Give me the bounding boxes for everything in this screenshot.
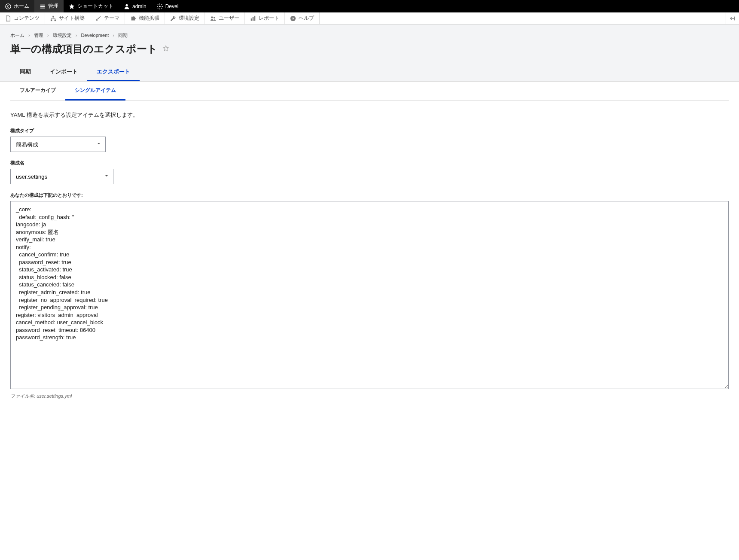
primary-tabs: 同期 インポート エクスポート [10,64,729,81]
tab-export[interactable]: エクスポート [87,64,140,81]
svg-rect-11 [254,15,256,20]
gear-icon [157,3,163,9]
nav-people[interactable]: ユーザー [205,12,245,24]
subtab-full-archive[interactable]: フルアーカイブ [10,82,65,100]
barchart-icon [250,15,256,21]
file-hint-name: user.settings.yml [37,393,72,399]
nav-extend[interactable]: 機能拡張 [125,12,165,24]
back-icon [5,3,11,9]
user-icon [124,3,130,9]
puzzle-icon [130,15,136,21]
toolbar-shortcuts-label: ショートカット [77,3,113,10]
breadcrumb-sep: › [76,33,77,38]
nav-structure-label: サイト構築 [59,15,85,22]
svg-point-7 [211,16,213,18]
toolbar-manage-label: 管理 [48,3,58,10]
breadcrumb-sync[interactable]: 同期 [118,33,128,38]
admin-toolbar-top: ホーム 管理 ショートカット admin Devel [0,0,739,12]
toolbar-spacer [320,12,726,24]
form-item-config-type: 構成タイプ 簡易構成 [10,128,729,152]
sitemap-icon [50,15,56,21]
svg-rect-10 [253,17,254,21]
toolbar-devel-label: Devel [165,3,179,9]
people-icon [210,15,216,21]
file-hint-prefix: ファイル名: [10,393,37,399]
config-type-label: 構成タイプ [10,128,729,134]
nav-reports[interactable]: レポート [245,12,285,24]
page-title: 単一の構成項目のエクスポート [10,42,158,56]
svg-rect-3 [52,15,54,17]
nav-structure[interactable]: サイト構築 [45,12,90,24]
breadcrumb-configuration[interactable]: 環境設定 [53,33,72,38]
svg-text:?: ? [292,16,294,21]
toolbar-user[interactable]: admin [119,0,152,12]
breadcrumb-development[interactable]: Development [81,33,109,38]
svg-point-1 [125,4,128,6]
breadcrumb: ホーム › 管理 › 環境設定 › Development › 同期 [10,32,729,39]
nav-extend-label: 機能拡張 [139,15,159,22]
svg-rect-9 [251,18,252,21]
toolbar-orientation-toggle[interactable] [726,12,739,24]
wrench-icon [170,15,176,21]
nav-appearance-label: テーマ [104,15,119,22]
config-name-select-wrap: user.settings [10,169,113,184]
config-output-textarea[interactable] [10,201,729,389]
toolbar-manage[interactable]: 管理 [34,0,64,12]
svg-point-8 [214,17,215,18]
tab-import[interactable]: インポート [40,64,87,81]
breadcrumb-home[interactable]: ホーム [10,33,24,38]
toolbar-home[interactable]: ホーム [0,0,34,12]
svg-point-0 [6,3,11,9]
admin-toolbar-second: コンテンツ サイト構築 テーマ 機能拡張 環境設定 ユーザー レポート ? ヘル… [0,12,739,24]
nav-appearance[interactable]: テーマ [90,12,125,24]
config-file-hint: ファイル名: user.settings.yml [10,393,729,399]
svg-rect-5 [55,19,56,21]
toolbar-home-label: ホーム [14,3,29,10]
config-type-select[interactable]: 簡易構成 [10,137,106,152]
subtab-single-item[interactable]: シングルアイテム [65,82,125,100]
nav-content-label: コンテンツ [14,15,40,22]
tab-sync[interactable]: 同期 [10,64,40,81]
nav-configuration-label: 環境設定 [179,15,199,22]
nav-configuration[interactable]: 環境設定 [165,12,205,24]
page-description: YAML 構造を表示する設定アイテムを選択します。 [10,111,729,119]
nav-help-label: ヘルプ [299,15,314,22]
nav-content[interactable]: コンテンツ [0,12,45,24]
help-icon: ? [290,15,296,21]
config-output-label: あなたの構成は下記のとおりです: [10,192,729,198]
shortcut-star-icon[interactable] [162,45,170,54]
page-header-region: ホーム › 管理 › 環境設定 › Development › 同期 単一の構成… [0,24,739,82]
breadcrumb-sep: › [47,33,49,38]
config-name-label: 構成名 [10,160,729,166]
star-icon [69,3,75,9]
svg-point-2 [159,6,161,7]
document-icon [5,15,11,21]
nav-help[interactable]: ? ヘルプ [285,12,320,24]
page-title-row: 単一の構成項目のエクスポート [10,42,729,56]
nav-people-label: ユーザー [219,15,239,22]
content-region: フルアーカイブ シングルアイテム YAML 構造を表示する設定アイテムを選択しま… [0,82,739,424]
secondary-tabs: フルアーカイブ シングルアイテム [10,82,729,101]
breadcrumb-manage[interactable]: 管理 [34,33,43,38]
paintbrush-icon [95,15,101,21]
hamburger-icon [40,3,46,9]
breadcrumb-sep: › [28,33,30,38]
breadcrumb-sep: › [113,33,114,38]
svg-rect-4 [51,19,52,21]
toolbar-shortcuts[interactable]: ショートカット [64,0,119,12]
toolbar-user-label: admin [132,3,147,9]
form-item-config-output: あなたの構成は下記のとおりです: ファイル名: user.settings.ym… [10,192,729,399]
form-item-config-name: 構成名 user.settings [10,160,729,184]
arrow-left-icon [730,15,736,21]
toolbar-devel[interactable]: Devel [152,0,184,12]
config-name-select[interactable]: user.settings [10,169,113,184]
svg-point-6 [96,19,98,21]
nav-reports-label: レポート [259,15,279,22]
config-type-select-wrap: 簡易構成 [10,137,106,152]
